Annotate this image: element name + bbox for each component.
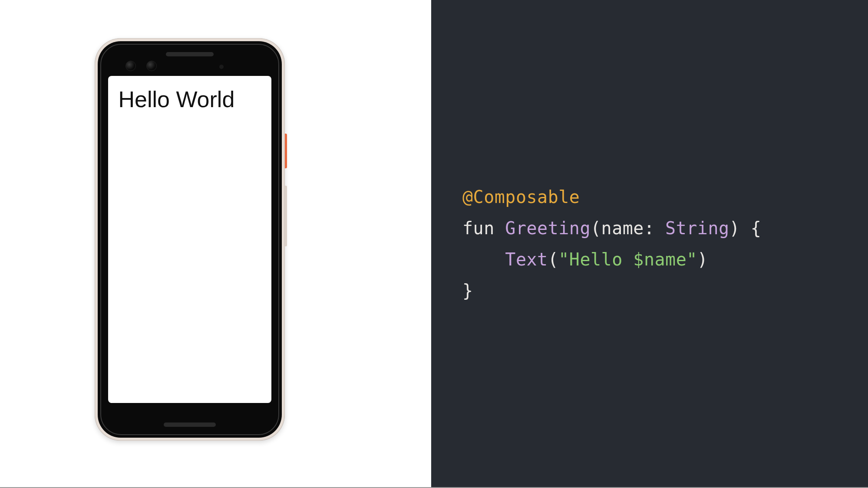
volume-button-icon xyxy=(285,186,287,246)
code-call-open: ( xyxy=(548,249,559,269)
phone-mockup: Hello World xyxy=(95,38,285,441)
slide: Hello World @Composable fun Greeting(nam… xyxy=(0,0,868,488)
proximity-sensor-icon xyxy=(219,65,224,69)
camera-lens-icon xyxy=(146,61,157,71)
code-keyword-fun: fun xyxy=(462,218,505,238)
code-call-name: Text xyxy=(505,249,548,269)
code-block: @Composable fun Greeting(name: String) {… xyxy=(462,181,761,306)
code-annotation: @Composable xyxy=(462,187,580,207)
power-button-icon xyxy=(285,134,287,168)
code-string-literal: "Hello $name" xyxy=(558,249,697,269)
code-indent xyxy=(462,249,505,269)
code-type-name: String xyxy=(665,218,729,238)
phone-screen: Hello World xyxy=(108,76,271,403)
screen-greeting-text: Hello World xyxy=(119,86,235,112)
front-cameras xyxy=(125,61,157,71)
code-close-brace: } xyxy=(462,281,473,301)
camera-lens-icon xyxy=(125,61,136,71)
code-param-name: name xyxy=(601,218,644,238)
code-function-name: Greeting xyxy=(505,218,591,238)
code-colon: : xyxy=(644,218,665,238)
code-open-paren: ( xyxy=(591,218,601,238)
code-close-paren: ) xyxy=(729,218,740,238)
code-call-close: ) xyxy=(697,249,708,269)
phone-bezel: Hello World xyxy=(98,41,282,438)
preview-pane: Hello World xyxy=(0,0,431,487)
bottom-speaker-icon xyxy=(164,422,216,427)
earpiece-speaker-icon xyxy=(166,52,214,56)
code-pane: @Composable fun Greeting(name: String) {… xyxy=(431,0,868,487)
code-open-brace: { xyxy=(740,218,761,238)
